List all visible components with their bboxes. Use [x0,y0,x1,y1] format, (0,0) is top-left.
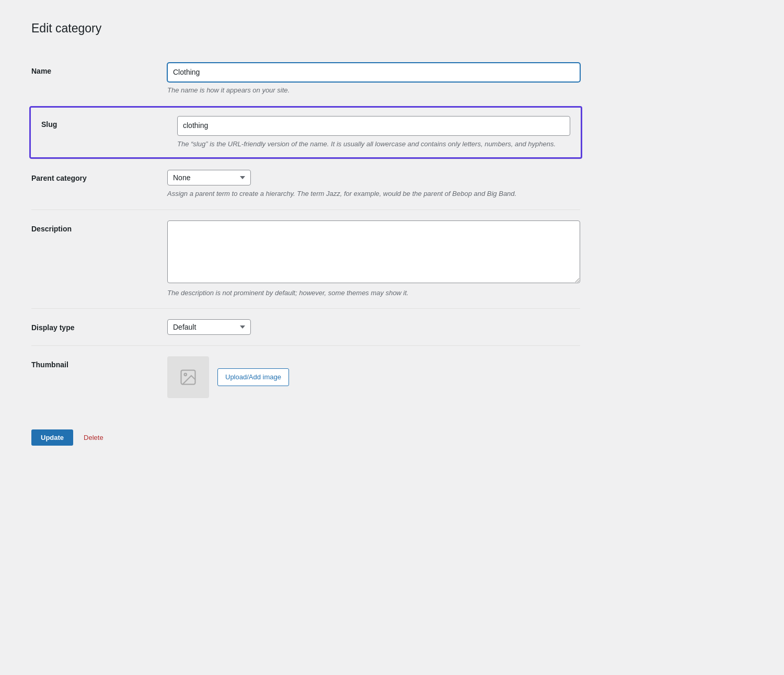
name-input[interactable] [167,63,580,83]
parent-category-field: None Assign a parent term to create a hi… [167,170,580,199]
edit-category-form: Name The name is how it appears on your … [31,52,580,446]
slug-input[interactable] [177,116,570,136]
parent-category-label: Parent category [31,170,167,182]
name-help-text: The name is how it appears on your site. [167,85,580,96]
thumbnail-label: Thumbnail [31,356,167,369]
name-field: The name is how it appears on your site. [167,63,580,96]
display-type-row: Display type Default [31,308,580,345]
display-type-field: Default [167,319,580,335]
slug-label: Slug [41,116,177,129]
slug-row-inner: Slug The “slug” is the URL-friendly vers… [41,116,570,149]
parent-category-select[interactable]: None [167,170,251,185]
slug-highlight-box: Slug The “slug” is the URL-friendly vers… [29,106,582,159]
slug-help-text: The “slug” is the URL-friendly version o… [177,139,570,149]
thumbnail-field: Upload/Add image [167,356,580,398]
slug-field: The “slug” is the URL-friendly version o… [177,116,570,149]
description-field: The description is not prominent by defa… [167,220,580,298]
parent-category-row: Parent category None Assign a parent ter… [31,159,580,210]
thumbnail-placeholder [167,356,209,398]
delete-button[interactable]: Delete [84,434,103,441]
update-button[interactable]: Update [31,429,73,446]
thumbnail-row: Thumbnail Upload/Add image [31,345,580,409]
description-row: Description The description is not promi… [31,210,580,309]
actions-row: Update Delete [31,424,580,446]
name-row: Name The name is how it appears on your … [31,52,580,106]
page-title: Edit category [31,21,753,37]
display-type-label: Display type [31,319,167,332]
svg-point-1 [185,374,187,376]
display-type-select[interactable]: Default [167,319,251,335]
image-placeholder-icon [179,368,198,387]
description-help-text: The description is not prominent by defa… [167,288,580,298]
thumbnail-area: Upload/Add image [167,356,580,398]
name-label: Name [31,63,167,75]
description-textarea[interactable] [167,220,580,283]
parent-category-help-text: Assign a parent term to create a hierarc… [167,189,580,199]
upload-add-image-button[interactable]: Upload/Add image [217,368,289,386]
slug-section: Slug The “slug” is the URL-friendly vers… [31,106,580,159]
description-label: Description [31,220,167,233]
